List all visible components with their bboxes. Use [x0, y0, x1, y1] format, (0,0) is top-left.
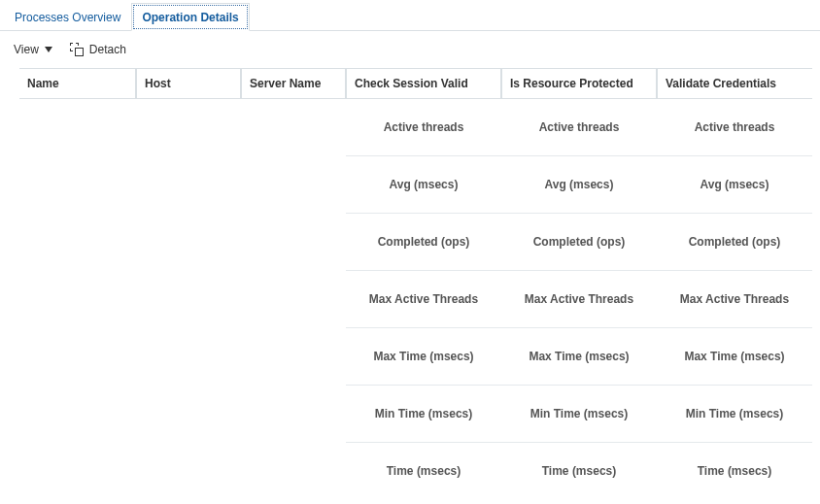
- metric-row: Max Active ThreadsMax Active ThreadsMax …: [19, 271, 812, 328]
- detach-label: Detach: [89, 43, 126, 56]
- col-host[interactable]: Host: [136, 69, 241, 99]
- metric-label: Min Time (msecs): [657, 386, 812, 443]
- metric-row: Active threadsActive threadsActive threa…: [19, 99, 812, 157]
- empty-cell: [136, 443, 241, 499]
- metric-label: Max Time (msecs): [501, 328, 657, 386]
- metric-label: Completed (ops): [657, 214, 812, 271]
- col-name[interactable]: Name: [19, 69, 136, 99]
- detach-button[interactable]: Detach: [68, 39, 128, 60]
- metric-label: Time (msecs): [346, 443, 501, 499]
- metric-label: Avg (msecs): [346, 156, 501, 214]
- metric-label: Min Time (msecs): [346, 386, 501, 443]
- empty-cell: [241, 386, 346, 443]
- empty-cell: [19, 271, 136, 328]
- empty-cell: [136, 156, 241, 214]
- metric-label: Max Time (msecs): [657, 328, 812, 386]
- empty-cell: [19, 443, 136, 499]
- metric-label: Max Active Threads: [501, 271, 657, 328]
- view-menu-label: View: [14, 43, 39, 56]
- metric-label: Max Active Threads: [657, 271, 812, 328]
- empty-cell: [241, 328, 346, 386]
- metric-label: Completed (ops): [501, 214, 657, 271]
- view-menu[interactable]: View: [12, 39, 54, 60]
- empty-cell: [19, 156, 136, 214]
- metric-row: Avg (msecs)Avg (msecs)Avg (msecs): [19, 156, 812, 214]
- empty-cell: [136, 271, 241, 328]
- metric-label: Active threads: [501, 99, 657, 156]
- empty-cell: [19, 214, 136, 271]
- metric-label: Completed (ops): [346, 214, 501, 271]
- metric-label: Active threads: [657, 99, 812, 156]
- metric-row: Min Time (msecs)Min Time (msecs)Min Time…: [19, 386, 812, 443]
- metric-row: Max Time (msecs)Max Time (msecs)Max Time…: [19, 328, 812, 386]
- metric-row: Completed (ops)Completed (ops)Completed …: [19, 214, 812, 271]
- detach-icon: [70, 43, 84, 56]
- metric-label: Active threads: [346, 99, 501, 156]
- chevron-down-icon: [45, 47, 52, 52]
- empty-cell: [241, 156, 346, 214]
- tab-bar: Processes Overview Operation Details: [0, 0, 820, 31]
- col-check-session-valid[interactable]: Check Session Valid: [346, 69, 501, 99]
- empty-cell: [241, 214, 346, 271]
- tab-processes-overview[interactable]: Processes Overview: [4, 3, 131, 31]
- metric-label: Avg (msecs): [501, 156, 657, 214]
- col-is-resource-protected[interactable]: Is Resource Protected: [501, 69, 657, 99]
- tab-operation-details[interactable]: Operation Details: [131, 3, 249, 31]
- metric-label: Max Active Threads: [346, 271, 501, 328]
- empty-cell: [241, 271, 346, 328]
- empty-cell: [19, 328, 136, 386]
- metric-label: Time (msecs): [657, 443, 812, 499]
- metric-label: Time (msecs): [501, 443, 657, 499]
- empty-cell: [19, 386, 136, 443]
- metric-label: Avg (msecs): [657, 156, 812, 214]
- col-server-name[interactable]: Server Name: [241, 69, 346, 99]
- table-toolbar: View Detach: [0, 31, 820, 68]
- empty-cell: [241, 99, 346, 157]
- metric-label: Min Time (msecs): [501, 386, 657, 443]
- empty-cell: [136, 214, 241, 271]
- col-validate-credentials[interactable]: Validate Credentials: [657, 69, 812, 99]
- empty-cell: [136, 99, 241, 157]
- table-header-row: Name Host Server Name Check Session Vali…: [19, 69, 812, 99]
- operations-table: Name Host Server Name Check Session Vali…: [0, 68, 820, 499]
- metric-label: Max Time (msecs): [346, 328, 501, 386]
- empty-cell: [241, 443, 346, 499]
- empty-cell: [19, 99, 136, 157]
- empty-cell: [136, 328, 241, 386]
- empty-cell: [136, 386, 241, 443]
- metric-row: Time (msecs)Time (msecs)Time (msecs): [19, 443, 812, 499]
